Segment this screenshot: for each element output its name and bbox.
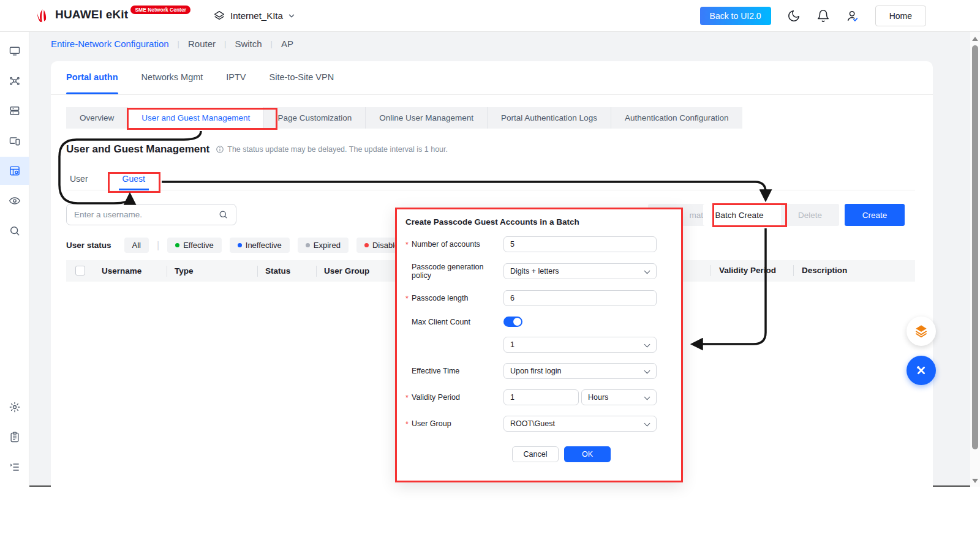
breadcrumb: Entire-Network Configuration | Router | …: [51, 39, 293, 49]
user-account-icon[interactable]: [846, 9, 859, 23]
passcode-length-input[interactable]: [503, 290, 657, 306]
passcode-policy-select[interactable]: Digits + letters: [503, 263, 657, 279]
batch-create-dialog: Create Passcode Guest Accounts in a Batc…: [395, 208, 683, 482]
search-icon[interactable]: [218, 209, 228, 220]
scroll-down-arrow[interactable]: [972, 479, 978, 483]
validity-period-input[interactable]: [503, 389, 579, 405]
max-client-count-select[interactable]: 1: [503, 337, 657, 353]
breadcrumb-entire-network[interactable]: Entire-Network Configuration: [51, 39, 169, 49]
status-note: The status update may be delayed. The up…: [216, 145, 448, 154]
column-validity-period[interactable]: Validity Period: [719, 265, 776, 276]
create-button[interactable]: Create: [845, 204, 905, 226]
dark-mode-moon-icon[interactable]: [787, 9, 801, 23]
eye-icon: [9, 195, 21, 207]
sidebar-item-visibility[interactable]: [0, 187, 29, 215]
secondary-tabs: Overview User and Guest Management Page …: [66, 107, 933, 129]
left-sidebar: [0, 32, 29, 487]
brand: HUAWEI eKit SME Network Center: [36, 8, 190, 24]
column-user-group[interactable]: User Group: [316, 266, 402, 277]
chevron-down-icon: [644, 368, 650, 374]
config-panel-icon: [9, 165, 21, 177]
site-name: Internet_KIta: [230, 10, 283, 21]
filter-separator: |: [157, 240, 159, 251]
validity-period-unit-select[interactable]: Hours: [581, 389, 657, 405]
layers-icon: [213, 9, 226, 23]
chevron-down-icon: [644, 268, 650, 274]
subtab-guest[interactable]: Guest: [119, 169, 149, 190]
tools-icon: [914, 363, 929, 378]
breadcrumb-separator: |: [224, 39, 226, 48]
effective-dot: [175, 243, 179, 247]
back-to-ui2-button[interactable]: Back to UI2.0: [700, 7, 771, 25]
breadcrumb-router[interactable]: Router: [188, 39, 216, 49]
sidebar-item-topology[interactable]: [0, 67, 29, 95]
search-icon: [9, 225, 21, 237]
toggle-knob: [513, 318, 521, 326]
tab-online-user-management[interactable]: Online User Management: [366, 107, 488, 129]
chevron-down-icon: [644, 342, 650, 348]
tab-authentication-configuration[interactable]: Authentication Configuration: [611, 107, 742, 129]
vertical-scrollbar[interactable]: [970, 32, 980, 487]
column-username[interactable]: Username: [94, 266, 167, 277]
monitor-icon: [9, 45, 21, 57]
ok-button[interactable]: OK: [564, 446, 611, 462]
delete-button: Delete: [781, 204, 839, 226]
sidebar-item-devices[interactable]: [0, 127, 29, 155]
column-description[interactable]: Description: [802, 265, 847, 276]
user-group-select[interactable]: ROOT\Guest: [503, 416, 657, 432]
sidebar-item-configuration[interactable]: [0, 157, 29, 185]
user-guest-subtabs: User Guest: [66, 169, 915, 190]
user-status-label: User status: [66, 241, 111, 250]
layers-floating-button[interactable]: [907, 317, 936, 346]
filter-ineffective[interactable]: Ineffective: [230, 238, 290, 253]
filter-effective[interactable]: Effective: [167, 238, 222, 253]
ineffective-dot: [238, 243, 242, 247]
tab-iptv[interactable]: IPTV: [226, 72, 246, 94]
sidebar-item-report[interactable]: [0, 423, 29, 451]
subtab-user[interactable]: User: [66, 169, 92, 190]
huawei-logo-icon: [36, 8, 51, 24]
info-icon: [216, 145, 224, 154]
batch-create-button[interactable]: Batch Create: [703, 204, 775, 226]
sidebar-item-search[interactable]: [0, 217, 29, 245]
user-group-label: User Group: [405, 419, 503, 428]
max-client-count-label: Max Client Count: [405, 318, 503, 326]
max-client-count-toggle[interactable]: [503, 317, 522, 327]
number-of-accounts-input[interactable]: [503, 236, 657, 252]
scrollbar-thumb[interactable]: [972, 45, 978, 449]
select-all-checkbox[interactable]: [75, 266, 85, 276]
filter-expired[interactable]: Expired: [298, 238, 349, 253]
search-input[interactable]: [67, 204, 218, 225]
column-status[interactable]: Status: [257, 266, 316, 277]
scroll-up-arrow[interactable]: [972, 37, 978, 41]
app-header: HUAWEI eKit SME Network Center Internet_…: [0, 0, 980, 32]
column-type[interactable]: Type: [167, 266, 257, 277]
home-button[interactable]: Home: [875, 6, 926, 26]
breadcrumb-switch[interactable]: Switch: [235, 39, 262, 49]
page-title: User and Guest Management: [66, 143, 209, 156]
sidebar-item-servers[interactable]: [0, 97, 29, 125]
tab-portal-authentication-logs[interactable]: Portal Authentication Logs: [488, 107, 611, 129]
clipboard-icon: [9, 431, 21, 443]
primary-tabs: Portal authn Networks Mgmt IPTV Site-to-…: [51, 61, 933, 95]
cancel-button[interactable]: Cancel: [512, 446, 559, 462]
sidebar-item-monitor[interactable]: [0, 37, 29, 65]
tab-networks-mgmt[interactable]: Networks Mgmt: [141, 72, 203, 94]
breadcrumb-ap[interactable]: AP: [281, 39, 293, 49]
sidebar-item-outline[interactable]: [0, 453, 29, 481]
username-search: [66, 204, 236, 225]
effective-time-label: Effective Time: [405, 367, 503, 375]
tab-site-to-site-vpn[interactable]: Site-to-Site VPN: [270, 72, 334, 94]
effective-time-select[interactable]: Upon first login: [503, 363, 657, 379]
tools-floating-button[interactable]: [907, 356, 936, 385]
tab-page-customization[interactable]: Page Customization: [264, 107, 366, 129]
filter-all[interactable]: All: [124, 238, 149, 253]
tab-overview[interactable]: Overview: [66, 107, 128, 129]
breadcrumb-separator: |: [178, 39, 179, 48]
tab-portal-authn[interactable]: Portal authn: [66, 72, 118, 94]
chevron-down-icon: [644, 421, 650, 427]
notifications-bell-icon[interactable]: [816, 9, 830, 23]
tab-user-and-guest-management[interactable]: User and Guest Management: [128, 107, 264, 129]
sidebar-item-settings[interactable]: [0, 393, 29, 421]
site-selector[interactable]: Internet_KIta: [213, 9, 296, 23]
